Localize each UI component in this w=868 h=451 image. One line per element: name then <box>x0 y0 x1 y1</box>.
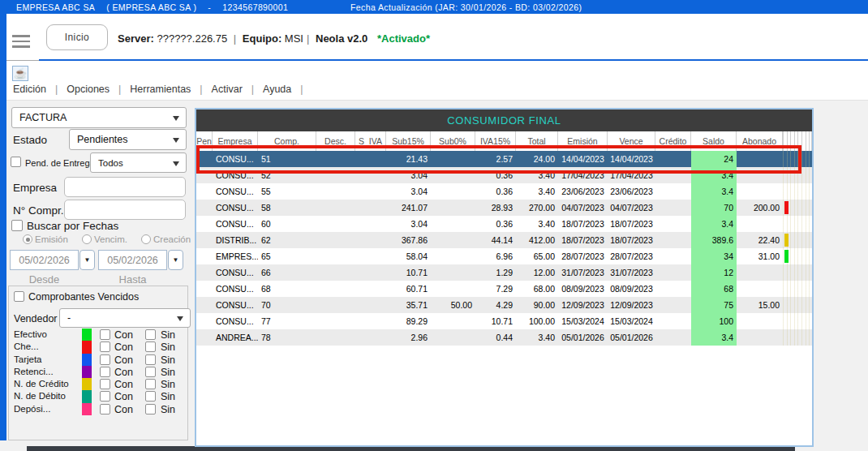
ncompr-input[interactable] <box>64 200 186 220</box>
table-row[interactable]: CONSU...6610.711.2912.0031/07/202331/07/… <box>196 264 812 281</box>
date-from-field[interactable]: 05/02/2026 <box>10 250 79 270</box>
legend-color-swatch <box>82 366 92 378</box>
chevron-down-icon <box>173 138 179 143</box>
hamburger-menu-icon[interactable] <box>12 35 30 48</box>
vendedor-select[interactable]: - <box>59 308 191 328</box>
table-row[interactable]: DISTRIB...62367.8644.14412.0018/07/20231… <box>196 232 812 248</box>
menu-item-herramientas[interactable]: Herramientas <box>130 84 191 95</box>
cell-total: 12.00 <box>516 264 558 281</box>
company-name: EMPRESA ABC SA <box>16 2 95 12</box>
column-header-total[interactable]: Total <box>516 131 558 151</box>
doc-type-select[interactable]: FACTURA <box>11 107 187 128</box>
estado-label: Estado <box>13 134 47 146</box>
table-row[interactable]: ANDREA...782.960.443.4005/01/202605/01/2… <box>196 329 812 346</box>
cell-total: 3.40 <box>516 167 558 183</box>
column-header-vence[interactable]: Vence <box>608 131 655 151</box>
legend-sin-checkbox[interactable] <box>145 341 156 352</box>
cell-s_iva <box>355 216 386 232</box>
cell-emision: 08/09/2023 <box>558 281 608 297</box>
menu-item-ayuda[interactable]: Ayuda <box>263 84 291 95</box>
cell-comp: 65 <box>258 248 316 264</box>
column-header-desc[interactable]: Desc. <box>316 131 355 151</box>
column-header-saldo[interactable]: Saldo <box>691 131 737 151</box>
table-row[interactable]: CONSU...603.040.363.4018/07/202318/07/20… <box>196 216 812 232</box>
column-header-iva15[interactable]: IVA15% <box>475 131 516 151</box>
estado-select[interactable]: Pendientes <box>69 129 187 150</box>
column-header-sub0[interactable]: Sub0% <box>431 131 475 151</box>
date-to-dropdown-button[interactable]: ▼ <box>168 250 183 270</box>
table-row[interactable]: CONSU...7789.2910.71100.0015/03/202415/0… <box>196 313 812 329</box>
cell-s_iva <box>355 151 386 167</box>
column-header-emision[interactable]: Emisión <box>558 131 608 151</box>
legend-sin-checkbox[interactable] <box>145 329 156 340</box>
table-title: CONSUMIDOR FINAL <box>447 114 561 127</box>
pend-entrega-label: Pend. de Entrega <box>25 158 95 168</box>
column-header-pen[interactable]: Pen <box>196 131 213 151</box>
radio-emisin[interactable] <box>23 234 32 244</box>
legend-color-swatch <box>82 329 92 341</box>
cell-abonado <box>737 183 783 200</box>
cell-credito <box>655 281 691 297</box>
column-header-sub15[interactable]: Sub15% <box>386 131 431 151</box>
pend-entrega-select[interactable]: Todos <box>90 152 187 173</box>
legend-con-checkbox[interactable] <box>100 391 110 402</box>
column-header-s_iva[interactable]: S_IVA <box>355 131 386 151</box>
cell-total: 100.00 <box>516 313 558 329</box>
table-row[interactable]: CONSU...5121.432.5724.0014/04/202314/04/… <box>196 151 812 167</box>
empresa-input[interactable] <box>64 177 186 197</box>
cell-sub15: 21.43 <box>386 151 431 167</box>
table-row[interactable]: CONSU...6860.717.2968.0008/09/202308/09/… <box>196 281 812 297</box>
ncompr-label: N° Compr. <box>13 204 63 217</box>
legend-sin-checkbox[interactable] <box>145 391 156 402</box>
legend-con-checkbox[interactable] <box>100 354 110 365</box>
cell-empresa: CONSU... <box>213 200 258 216</box>
legend-con-checkbox[interactable] <box>100 329 110 340</box>
column-header-credito[interactable]: Crédito <box>655 131 691 151</box>
radio-vencim[interactable] <box>82 234 92 244</box>
legend-con-checkbox[interactable] <box>100 404 110 414</box>
date-to-field[interactable]: 05/02/2026 <box>98 250 167 270</box>
cell-desc <box>316 329 355 346</box>
legend-con-checkbox[interactable] <box>100 379 110 389</box>
cell-s_iva <box>355 183 386 200</box>
legend-sin-checkbox[interactable] <box>145 404 156 414</box>
legend-label: Efectivo <box>14 329 47 339</box>
cell-sub15: 58.04 <box>386 248 431 264</box>
radio-label: Creación <box>153 234 191 244</box>
column-header-comp[interactable]: Comp. <box>258 131 316 151</box>
menu-item-edición[interactable]: Edición <box>13 84 46 95</box>
tab-inicio[interactable]: Inicio <box>46 24 108 50</box>
legend-con-checkbox[interactable] <box>100 367 110 377</box>
buscar-fechas-label: Buscar por Fechas <box>27 220 118 232</box>
legend-sin-checkbox[interactable] <box>145 379 156 389</box>
legend-sin-checkbox[interactable] <box>145 354 156 365</box>
legend: EfectivoConSinChe...ConSinTarjetaConSinR… <box>14 329 186 415</box>
legend-sin-checkbox[interactable] <box>145 367 156 377</box>
legend-con-checkbox[interactable] <box>100 341 110 352</box>
table-row[interactable]: CONSU...553.040.363.4023/06/202323/06/20… <box>196 183 812 200</box>
table-row[interactable]: CONSU...523.040.363.4017/04/202317/04/20… <box>196 167 812 183</box>
cell-extra <box>783 248 812 264</box>
column-header-abonado[interactable]: Abonado <box>737 131 783 151</box>
column-header-empresa[interactable]: Empresa <box>213 131 258 151</box>
cell-desc <box>316 183 355 200</box>
comprobantes-vencidos-checkbox[interactable] <box>14 291 24 302</box>
vendedor-label: Vendedor <box>14 313 58 324</box>
menu-item-opciones[interactable]: Opciones <box>67 84 110 95</box>
chevron-down-icon <box>173 161 179 165</box>
date-from-dropdown-button[interactable]: ▼ <box>79 250 95 270</box>
cell-saldo: 68 <box>691 281 737 297</box>
menu-item-activar[interactable]: Activar <box>212 84 243 95</box>
table-row[interactable]: CONSU...58241.0728.93270.0004/07/202304/… <box>196 200 812 216</box>
table-row[interactable]: CONSU...7035.7150.004.2990.0012/09/20231… <box>196 297 812 313</box>
buscar-fechas-checkbox[interactable] <box>11 220 23 231</box>
legend-sin-label: Sin <box>161 367 175 378</box>
date-type-radio-group: EmisiónVencim.Creación <box>11 234 190 246</box>
cell-empresa: CONSU... <box>213 167 258 183</box>
java-tray-icon[interactable]: ☕ <box>12 66 28 81</box>
radio-creacin[interactable] <box>141 234 151 244</box>
pend-entrega-checkbox[interactable] <box>11 157 21 167</box>
table-row[interactable]: EMPRES...6558.046.9665.0028/07/202328/07… <box>196 248 812 264</box>
cell-sub15: 35.71 <box>386 297 431 313</box>
menu-separator: | <box>55 84 58 95</box>
